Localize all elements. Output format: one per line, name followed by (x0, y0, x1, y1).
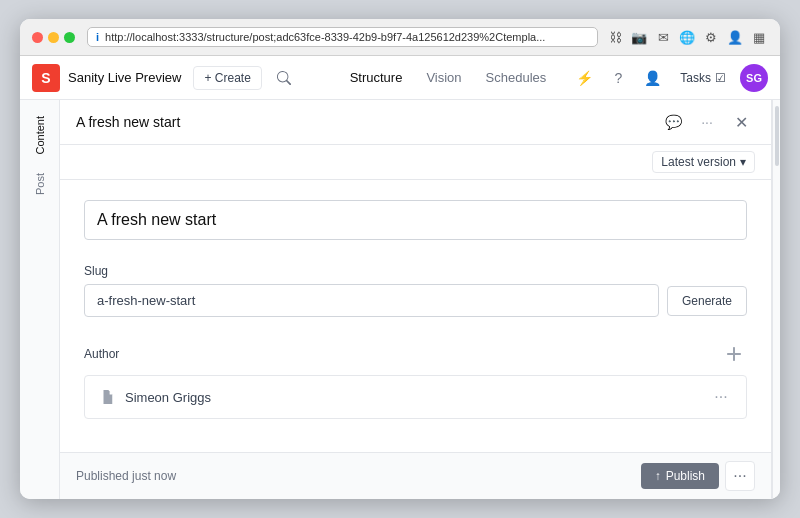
traffic-lights (32, 32, 75, 43)
author-label: Author (84, 347, 119, 361)
nav-schedules[interactable]: Schedules (474, 64, 559, 91)
nav-links: Structure Vision Schedules (338, 64, 559, 91)
version-label: Latest version (661, 155, 736, 169)
chevron-down-icon: ▾ (740, 155, 746, 169)
document-header-actions: 💬 ··· ✕ (659, 108, 755, 136)
info-icon: i (96, 31, 99, 43)
add-author-button[interactable] (721, 341, 747, 367)
side-tabs: Content Post (20, 100, 60, 499)
profile-icon[interactable]: 👤 (726, 28, 744, 46)
publish-label: Publish (666, 469, 705, 483)
document-header: A fresh new start 💬 ··· ✕ (60, 100, 771, 145)
close-icon[interactable]: ✕ (727, 108, 755, 136)
document-icon (97, 387, 117, 407)
status-actions: ↑ Publish ··· (641, 461, 755, 491)
avatar[interactable]: SG (740, 64, 768, 92)
side-tab-post[interactable]: Post (28, 165, 52, 203)
document-title: A fresh new start (76, 114, 651, 130)
title-input[interactable] (84, 200, 747, 240)
slug-row: Generate (84, 284, 747, 317)
address-bar[interactable]: i http://localhost:3333/structure/post;a… (87, 27, 598, 47)
browser-window: i http://localhost:3333/structure/post;a… (20, 19, 780, 499)
slug-field: Slug Generate (84, 264, 747, 317)
document-form: Slug Generate Author (60, 180, 771, 452)
status-bar: Published just now ↑ Publish ··· (60, 452, 771, 499)
tasks-icon: ☑ (715, 71, 726, 85)
more-options-icon[interactable]: ··· (693, 108, 721, 136)
author-name: Simeon Griggs (125, 390, 700, 405)
extension-icon[interactable]: ⚙ (702, 28, 720, 46)
app-header: S Sanity Live Preview + Create Structure… (20, 56, 780, 100)
share-icon[interactable]: ⛓ (606, 28, 624, 46)
more-button[interactable]: ··· (725, 461, 755, 491)
document-container: A fresh new start 💬 ··· ✕ Latest version… (60, 100, 772, 499)
create-label: + Create (204, 71, 250, 85)
browser-chrome: i http://localhost:3333/structure/post;a… (20, 19, 780, 56)
main-content: Content Post A fresh new start 💬 ··· ✕ L… (20, 100, 780, 499)
nav-vision[interactable]: Vision (414, 64, 473, 91)
browser-icons: ⛓ 📷 ✉ 🌐 ⚙ 👤 ▦ (606, 28, 768, 46)
version-selector[interactable]: Latest version ▾ (652, 151, 755, 173)
scrollbar-thumb (775, 106, 779, 166)
author-item: Simeon Griggs ··· (84, 375, 747, 419)
header-actions: ⚡ ? 👤 Tasks ☑ SG (570, 64, 768, 92)
publish-button[interactable]: ↑ Publish (641, 463, 719, 489)
author-header: Author (84, 341, 747, 367)
author-more-button[interactable]: ··· (708, 384, 734, 410)
slug-label: Slug (84, 264, 747, 278)
help-icon[interactable]: ? (604, 64, 632, 92)
app-name: Sanity Live Preview (68, 70, 181, 85)
sidebar-toggle-icon[interactable]: ▦ (750, 28, 768, 46)
create-button[interactable]: + Create (193, 66, 261, 90)
camera-icon[interactable]: 📷 (630, 28, 648, 46)
user-icon[interactable]: 👤 (638, 64, 666, 92)
right-scrollbar[interactable] (772, 100, 780, 499)
tasks-label: Tasks (680, 71, 711, 85)
sanity-logo: S (32, 64, 60, 92)
publish-status: Published just now (76, 469, 176, 483)
minimize-traffic-light[interactable] (48, 32, 59, 43)
close-traffic-light[interactable] (32, 32, 43, 43)
generate-button[interactable]: Generate (667, 286, 747, 316)
search-button[interactable] (270, 64, 298, 92)
side-tab-content[interactable]: Content (28, 108, 52, 163)
title-field (84, 200, 747, 240)
url-text: http://localhost:3333/structure/post;adc… (105, 31, 589, 43)
publish-icon: ↑ (655, 469, 661, 483)
globe-icon[interactable]: 🌐 (678, 28, 696, 46)
slug-input[interactable] (84, 284, 659, 317)
mail-icon[interactable]: ✉ (654, 28, 672, 46)
comment-icon[interactable]: 💬 (659, 108, 687, 136)
nav-structure[interactable]: Structure (338, 64, 415, 91)
fullscreen-traffic-light[interactable] (64, 32, 75, 43)
version-bar: Latest version ▾ (60, 145, 771, 180)
tasks-button[interactable]: Tasks ☑ (672, 67, 734, 89)
lightning-icon[interactable]: ⚡ (570, 64, 598, 92)
author-section: Author Simeon Griggs (84, 341, 747, 419)
